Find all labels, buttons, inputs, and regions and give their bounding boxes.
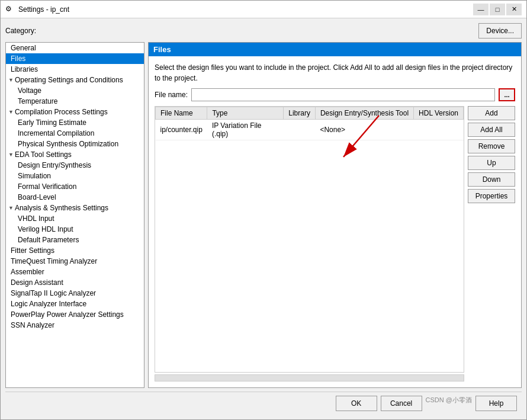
sidebar-item-temperature[interactable]: Temperature	[6, 96, 144, 107]
sidebar-item-incremental[interactable]: Incremental Compilation	[6, 128, 144, 139]
chevron-down-icon: ▼	[8, 205, 14, 211]
sidebar-item-board-level[interactable]: Board-Level	[6, 192, 144, 203]
scrollbar-horizontal[interactable]	[155, 374, 464, 381]
up-button[interactable]: Up	[468, 156, 515, 170]
col-library: Library	[284, 107, 316, 120]
properties-button[interactable]: Properties	[468, 189, 515, 203]
panel-title: Files	[149, 43, 521, 56]
chevron-down-icon: ▼	[8, 152, 14, 158]
col-file-name: File Name	[156, 107, 207, 120]
browse-button[interactable]: ...	[499, 88, 515, 101]
bottom-bar: OK Cancel CSDN @小零酒 Help	[5, 392, 522, 415]
sidebar-item-operating: Operating Settings and Conditions	[15, 76, 123, 84]
table-wrapper: File Name Type Library Design Entry/Synt…	[155, 106, 464, 381]
sidebar-item-simulation[interactable]: Simulation	[6, 171, 144, 181]
sidebar-item-fitter[interactable]: Fitter Settings	[6, 245, 144, 256]
chevron-down-icon: ▼	[8, 109, 14, 115]
minimize-button[interactable]: —	[473, 4, 489, 15]
sidebar-item-voltage[interactable]: Voltage	[6, 85, 144, 96]
sidebar-group-operating[interactable]: ▼ Operating Settings and Conditions	[6, 75, 144, 85]
ok-button[interactable]: OK	[336, 396, 377, 411]
device-button[interactable]: Device...	[478, 23, 522, 39]
files-table-container: File Name Type Library Design Entry/Synt…	[155, 106, 464, 373]
sidebar-item-powerplay[interactable]: PowerPlay Power Analyzer Settings	[6, 309, 144, 320]
sidebar-item-default-params[interactable]: Default Parameters	[6, 235, 144, 245]
file-name-row: File name: ...	[155, 88, 515, 101]
main-area: General Files Libraries ▼ Operating Sett…	[5, 42, 522, 388]
main-content: Category: Device... General Files Librar…	[1, 18, 526, 419]
sidebar-item-logic-analyzer[interactable]: Logic Analyzer Interface	[6, 299, 144, 309]
file-name-label: File name:	[155, 91, 188, 99]
sidebar-item-formal-verification[interactable]: Formal Verification	[6, 181, 144, 192]
remove-button[interactable]: Remove	[468, 139, 515, 153]
sidebar-item-verilog[interactable]: Verilog HDL Input	[6, 224, 144, 235]
sidebar-item-timequest[interactable]: TimeQuest Timing Analyzer	[6, 256, 144, 267]
panel-description: Select the design files you want to incl…	[155, 62, 515, 84]
table-actions-area: File Name Type Library Design Entry/Synt…	[155, 106, 515, 381]
cell-type: IP Variation File (.qip)	[207, 120, 284, 140]
cancel-button[interactable]: Cancel	[381, 396, 422, 411]
sidebar-item-files[interactable]: Files	[6, 53, 144, 64]
down-button[interactable]: Down	[468, 172, 515, 187]
sidebar-item-analysis: Analysis & Synthesis Settings	[15, 204, 108, 212]
app-icon: ⚙	[5, 5, 15, 14]
chevron-down-icon: ▼	[8, 77, 14, 83]
cell-file-name: ip/counter.qip	[156, 120, 207, 140]
maximize-button[interactable]: □	[490, 4, 505, 15]
bottom-buttons: OK Cancel CSDN @小零酒 Help	[336, 396, 517, 411]
settings-window: ⚙ Settings - ip_cnt — □ ✕ Category: Devi…	[0, 0, 527, 420]
sidebar-item-assembler[interactable]: Assembler	[6, 267, 144, 277]
sidebar-group-analysis[interactable]: ▼ Analysis & Synthesis Settings	[6, 203, 144, 213]
table-row[interactable]: ip/counter.qip IP Variation File (.qip) …	[156, 120, 464, 140]
cell-tool: <None>	[315, 120, 413, 140]
cell-library	[284, 120, 316, 140]
sidebar-item-signaltap[interactable]: SignalTap II Logic Analyzer	[6, 288, 144, 299]
sidebar-item-compilation: Compilation Process Settings	[15, 108, 108, 116]
add-all-button[interactable]: Add All	[468, 123, 515, 137]
col-tool: Design Entry/Synthesis Tool	[315, 107, 413, 120]
sidebar-group-compilation[interactable]: ▼ Compilation Process Settings	[6, 107, 144, 117]
add-button[interactable]: Add	[468, 106, 515, 120]
help-button[interactable]: Help	[475, 396, 517, 411]
sidebar-item-early-timing[interactable]: Early Timing Estimate	[6, 117, 144, 128]
category-label: Category:	[5, 27, 36, 35]
right-panel: Files Select the design files you want t…	[148, 42, 522, 388]
sidebar-item-general[interactable]: General	[6, 43, 144, 53]
action-buttons: Add Add All Remove Up Down Properties	[468, 106, 515, 381]
sidebar-group-eda[interactable]: ▼ EDA Tool Settings	[6, 149, 144, 160]
sidebar-item-design-assistant[interactable]: Design Assistant	[6, 277, 144, 288]
scrollbar-area	[155, 374, 464, 381]
window-controls: — □ ✕	[473, 4, 522, 15]
category-sidebar: General Files Libraries ▼ Operating Sett…	[5, 42, 144, 388]
sidebar-item-physical-synth[interactable]: Physical Synthesis Optimization	[6, 139, 144, 149]
sidebar-item-vhdl[interactable]: VHDL Input	[6, 213, 144, 224]
table-header-row: File Name Type Library Design Entry/Synt…	[156, 107, 464, 120]
sidebar-item-libraries[interactable]: Libraries	[6, 64, 144, 75]
title-text: Settings - ip_cnt	[18, 5, 473, 14]
files-panel: Files Select the design files you want t…	[148, 42, 522, 388]
file-name-input[interactable]	[191, 88, 495, 101]
sidebar-item-design-entry[interactable]: Design Entry/Synthesis	[6, 160, 144, 171]
cell-hdl	[414, 120, 464, 140]
watermark-text: CSDN @小零酒	[426, 396, 472, 411]
col-type: Type	[207, 107, 284, 120]
title-bar: ⚙ Settings - ip_cnt — □ ✕	[1, 1, 526, 18]
files-table: File Name Type Library Design Entry/Synt…	[155, 107, 464, 140]
sidebar-item-eda: EDA Tool Settings	[15, 150, 72, 159]
close-button[interactable]: ✕	[506, 4, 522, 15]
col-hdl: HDL Version	[414, 107, 464, 120]
sidebar-item-ssn[interactable]: SSN Analyzer	[6, 320, 144, 331]
panel-body: Select the design files you want to incl…	[149, 56, 521, 387]
